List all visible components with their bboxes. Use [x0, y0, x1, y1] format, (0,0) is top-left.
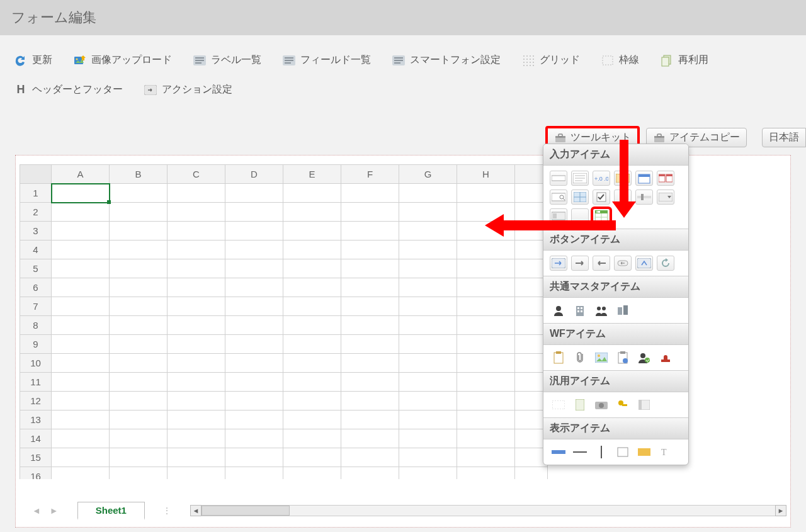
toolkit-item-next-btn[interactable]	[571, 256, 589, 271]
row-header[interactable]: 5	[20, 259, 52, 278]
row-header[interactable]: 2	[20, 203, 52, 222]
toolkit-item-submit-btn[interactable]	[550, 256, 567, 271]
cell[interactable]	[167, 278, 225, 297]
cell[interactable]	[399, 241, 457, 259]
cell[interactable]	[52, 278, 110, 297]
image-upload-button[interactable]: 画像アップロード	[65, 49, 180, 71]
cell[interactable]	[283, 278, 341, 297]
row-header[interactable]: 4	[20, 241, 52, 259]
cell[interactable]	[167, 316, 225, 335]
cell[interactable]	[457, 316, 515, 335]
cell[interactable]	[341, 373, 399, 392]
toolkit-item-date-range[interactable]	[657, 171, 674, 186]
cell[interactable]	[225, 297, 283, 316]
toolkit-item-list-unknown[interactable]	[614, 171, 632, 186]
cell[interactable]	[399, 297, 457, 316]
cell[interactable]	[283, 392, 341, 410]
row-header[interactable]: 13	[20, 410, 52, 429]
cell[interactable]	[283, 354, 341, 373]
column-header[interactable]: B	[110, 165, 167, 184]
cell[interactable]	[52, 203, 110, 222]
scroll-track[interactable]	[202, 505, 775, 516]
cell[interactable]	[167, 222, 225, 241]
row-header[interactable]: 14	[20, 429, 52, 448]
toolkit-item-highlight[interactable]	[635, 444, 653, 460]
cell[interactable]	[457, 335, 515, 354]
tab-next-button[interactable]: ►	[50, 506, 59, 516]
toolkit-item-task[interactable]	[614, 350, 632, 365]
cell[interactable]	[457, 297, 515, 316]
cell[interactable]	[399, 316, 457, 335]
cell[interactable]	[283, 222, 341, 241]
cell[interactable]	[399, 392, 457, 410]
toolkit-item-org[interactable]	[593, 303, 610, 318]
cell[interactable]	[52, 448, 110, 467]
cell[interactable]	[457, 203, 515, 222]
cell[interactable]	[110, 335, 167, 354]
scroll-right-button[interactable]: ►	[775, 505, 786, 516]
toolkit-item-approver[interactable]	[635, 350, 653, 365]
toolkit-item-blank[interactable]	[571, 208, 589, 224]
cell[interactable]	[225, 184, 283, 203]
cell[interactable]	[457, 222, 515, 241]
sheet-tab[interactable]: Sheet1	[77, 502, 145, 520]
cell[interactable]	[110, 297, 167, 316]
cell[interactable]	[341, 297, 399, 316]
row-header[interactable]: 11	[20, 373, 52, 392]
cell[interactable]	[167, 241, 225, 259]
toolkit-item-attachment[interactable]	[550, 208, 567, 224]
scroll-left-button[interactable]: ◄	[190, 505, 202, 516]
cell[interactable]	[167, 392, 225, 410]
cell[interactable]	[457, 278, 515, 297]
cell[interactable]	[52, 184, 110, 203]
cell[interactable]	[52, 392, 110, 410]
cell[interactable]	[341, 316, 399, 335]
cell[interactable]	[52, 373, 110, 392]
cell[interactable]	[399, 448, 457, 467]
cell[interactable]	[457, 184, 515, 203]
cell[interactable]	[399, 335, 457, 354]
cell[interactable]	[399, 278, 457, 297]
cell[interactable]	[399, 467, 457, 480]
cell[interactable]	[399, 373, 457, 392]
cell[interactable]	[283, 203, 341, 222]
toolkit-item-text-style[interactable]: T	[657, 444, 674, 460]
row-header[interactable]: 1	[20, 184, 52, 203]
tab-prev-button[interactable]: ◄	[32, 506, 41, 516]
cell[interactable]	[341, 222, 399, 241]
cell[interactable]	[110, 354, 167, 373]
tab-splitter[interactable]: ⋮	[162, 506, 173, 516]
cell[interactable]	[283, 448, 341, 467]
cell[interactable]	[457, 373, 515, 392]
cell[interactable]	[110, 410, 167, 429]
cell[interactable]	[341, 203, 399, 222]
cell[interactable]	[225, 448, 283, 467]
cell[interactable]	[341, 429, 399, 448]
cell[interactable]	[457, 354, 515, 373]
cell[interactable]	[283, 410, 341, 429]
cell[interactable]	[167, 373, 225, 392]
cell[interactable]	[110, 316, 167, 335]
cell[interactable]	[167, 410, 225, 429]
field-list-button[interactable]: フィールド一覧	[275, 49, 379, 71]
cell[interactable]	[52, 467, 110, 480]
row-header[interactable]: 9	[20, 335, 52, 354]
cell[interactable]	[52, 354, 110, 373]
cell[interactable]	[52, 410, 110, 429]
toolkit-item-stamp[interactable]	[657, 350, 674, 365]
row-header[interactable]: 7	[20, 297, 52, 316]
cell[interactable]	[225, 203, 283, 222]
cell[interactable]	[167, 448, 225, 467]
column-header[interactable]: A	[52, 165, 110, 184]
cell[interactable]	[110, 448, 167, 467]
cell[interactable]	[167, 203, 225, 222]
toolkit-item-text-field[interactable]	[550, 171, 567, 186]
toolkit-item-user[interactable]	[550, 303, 567, 318]
cell[interactable]	[457, 410, 515, 429]
column-header[interactable]: D	[225, 165, 283, 184]
cell[interactable]	[110, 392, 167, 410]
cell[interactable]	[283, 373, 341, 392]
toolkit-item-back-btn[interactable]	[593, 256, 610, 271]
toolkit-item-box[interactable]	[614, 444, 632, 460]
cell[interactable]	[52, 297, 110, 316]
